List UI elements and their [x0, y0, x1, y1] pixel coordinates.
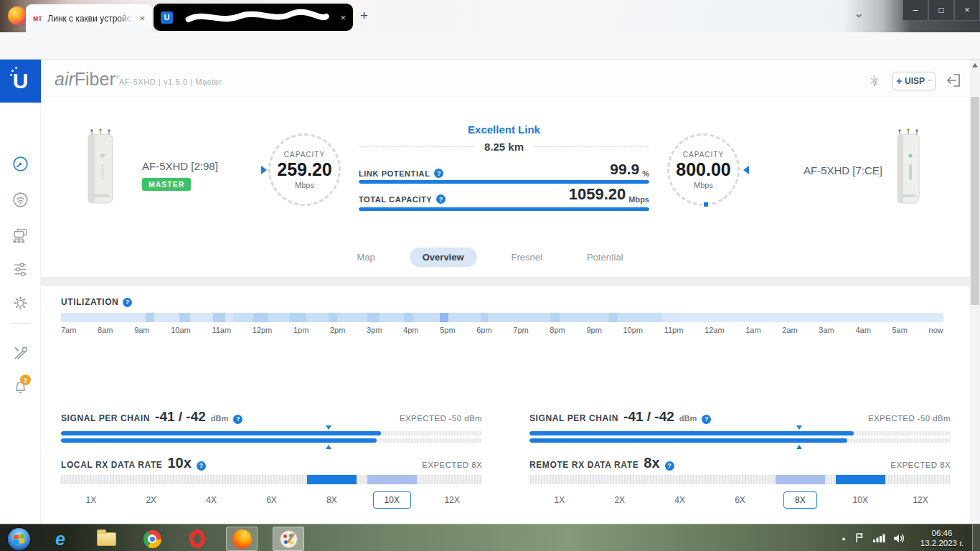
help-icon[interactable]: ? [665, 461, 674, 471]
ubiquiti-logo[interactable]: U [0, 60, 41, 103]
browser-titlebar: мт Линк с какви устройства на бк × U × +… [0, 0, 980, 32]
close-button[interactable]: × [954, 0, 980, 21]
utilization-strip[interactable] [61, 313, 943, 322]
volume-icon[interactable] [892, 533, 905, 544]
expected-marker-icon [796, 425, 802, 430]
link-quality-label: Excellent Link [359, 123, 649, 136]
sidebar-item-alerts[interactable]: 2 [0, 377, 41, 397]
tab-close-icon[interactable]: × [340, 12, 346, 23]
browser-tab-1[interactable]: мт Линк с какви устройства на бк × [26, 4, 152, 32]
app-header: U airFiber® AF-5XHD | v1.5.0 | Master + … [0, 60, 980, 103]
browser-tab-2-redacted[interactable]: U × [154, 4, 353, 31]
uisp-button[interactable]: + UISP ™ [892, 72, 936, 90]
flow-arrow-right-icon [261, 166, 267, 174]
signal-per-chain-header: SIGNAL PER CHAIN -41 / -42 dBm ? EXPECTE… [529, 409, 951, 425]
ubiquiti-favicon: U [161, 11, 173, 24]
utilization-header: UTILIZATION ? [61, 297, 132, 307]
rate-bar [61, 475, 482, 484]
sidebar-divider [10, 323, 31, 324]
rx-data-rate-header: REMOTE RX DATA RATE 8x ? EXPECTED 8X [529, 455, 951, 471]
paint-icon [280, 530, 298, 548]
show-desktop-button[interactable] [972, 524, 980, 551]
total-capacity-value: 1059.20 [569, 185, 626, 204]
opera-icon [189, 529, 205, 548]
sidebar-item-network-icon[interactable] [11, 227, 29, 245]
link-potential-row: LINK POTENTIAL ? 99.9 % [359, 161, 649, 178]
taskbar-paint-active[interactable] [273, 527, 304, 551]
link-distance: 8.25 km [484, 141, 524, 153]
tab-map[interactable]: Map [347, 248, 385, 267]
help-icon[interactable]: ? [702, 415, 711, 424]
tray-expand-icon[interactable]: ▲ [841, 535, 847, 542]
sidebar-item-wireless-icon[interactable] [11, 191, 29, 209]
total-capacity-bar [359, 207, 649, 211]
rx-data-rate-header: LOCAL RX DATA RATE 10x ? EXPECTED 8X [61, 455, 482, 471]
taskbar-file-explorer[interactable] [90, 527, 122, 551]
rate-value: 10x [167, 455, 191, 471]
tab-fresnel[interactable]: Fresnel [501, 248, 552, 267]
window-controls: – □ × [903, 0, 980, 21]
clock[interactable]: 06:46 13.2.2023 г. [913, 528, 971, 548]
tab-overview[interactable]: Overview [410, 248, 477, 267]
help-icon[interactable]: ? [436, 194, 446, 204]
help-icon[interactable]: ? [197, 461, 206, 471]
page-scrollbar[interactable] [970, 60, 980, 524]
redaction-scribble [179, 8, 334, 27]
folder-icon [97, 532, 116, 546]
restore-button[interactable]: □ [928, 0, 954, 21]
minimize-button[interactable]: – [903, 0, 928, 21]
taskbar-chrome[interactable] [136, 527, 168, 551]
alert-count-badge: 2 [20, 375, 31, 385]
remote-capacity-value: 800.00 [676, 159, 730, 180]
utilization-ticks: 7am8am9am10am11am12pm1pm2pm3pm4pm5pm6pm7… [61, 326, 943, 334]
expected-marker-icon [326, 445, 331, 449]
ie-icon: e [55, 529, 65, 550]
action-center-flag-icon[interactable] [854, 532, 865, 544]
help-icon[interactable]: ? [434, 169, 443, 178]
chain0-fill [529, 431, 854, 435]
browser-navbar: ← → ☆ [0, 32, 980, 60]
sidebar-item-tools-icon[interactable] [11, 344, 29, 362]
remote-capacity-gauge: CAPACITY 800.00 Mbps [667, 133, 740, 206]
list-tabs-chevron-icon[interactable]: ⌄ [854, 6, 864, 21]
gauge-marker [702, 201, 710, 208]
tab-potential[interactable]: Potential [577, 248, 633, 267]
rate-bar [529, 475, 951, 484]
app-sidebar: 2 [0, 103, 41, 524]
bluetooth-icon[interactable] [870, 75, 880, 88]
expected-signal: EXPECTED -50 dBm [400, 414, 482, 423]
logout-icon[interactable] [946, 72, 961, 88]
chrome-icon [143, 530, 161, 548]
start-button[interactable] [3, 527, 34, 551]
tab-close-icon[interactable]: × [139, 13, 145, 24]
rate-scale: 1X 2X 4X 6X 8X 10X 12X [529, 490, 951, 509]
chain0-fill [61, 431, 381, 435]
sidebar-item-dashboard-icon[interactable] [11, 155, 29, 173]
firefox-icon[interactable] [8, 6, 27, 25]
sidebar-item-settings-gear-icon[interactable] [11, 294, 29, 312]
scrollbar-thumb[interactable] [971, 97, 979, 305]
expected-rate: EXPECTED 8X [890, 461, 951, 469]
local-device-model: AF-5XHD [2:98] [142, 160, 218, 172]
screen: мт Линк с какви устройства на бк × U × +… [0, 0, 980, 551]
tray-date: 13.2.2023 г. [913, 538, 971, 548]
scroll-up-icon[interactable] [972, 63, 978, 67]
taskbar-internet-explorer[interactable]: e [44, 527, 76, 551]
help-icon[interactable]: ? [233, 415, 242, 424]
windows-taskbar: e ▲ 06:46 13.2.20 [0, 524, 980, 551]
taskbar-opera[interactable] [182, 527, 213, 551]
network-signal-icon[interactable] [872, 533, 885, 543]
new-tab-button[interactable]: + [360, 8, 368, 24]
device-version-subtitle: AF-5XHD | v1.5.0 | Master [119, 77, 222, 86]
help-icon[interactable]: ? [123, 298, 132, 307]
chain-bars [529, 425, 951, 450]
link-distance-row: 8.25 km [359, 141, 649, 153]
expected-rate: EXPECTED 8X [422, 461, 482, 469]
section-divider [41, 277, 970, 286]
flow-arrow-left-icon [743, 166, 749, 174]
tab-title: Линк с какви устройства на бк [47, 14, 133, 24]
chain0-bar [61, 431, 482, 435]
expected-marker-icon [796, 445, 802, 449]
local-capacity-gauge: CAPACITY 259.20 Mbps [268, 133, 341, 206]
taskbar-firefox-active[interactable] [226, 527, 258, 551]
